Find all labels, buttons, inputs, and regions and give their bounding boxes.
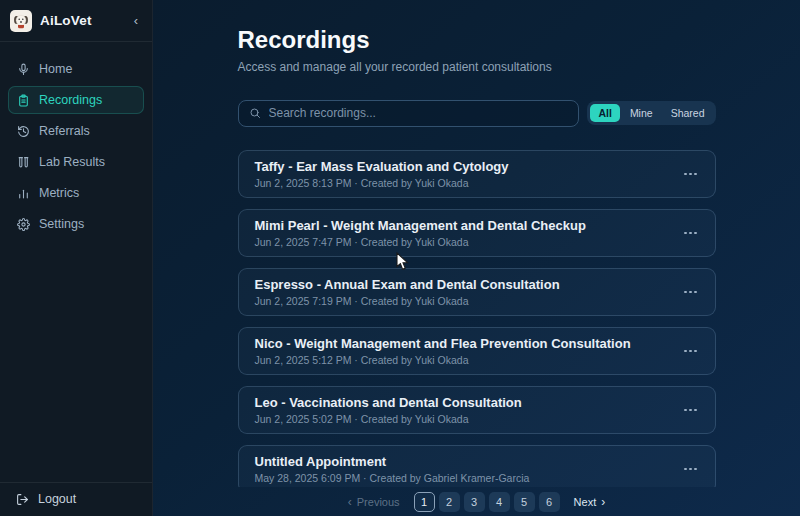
recording-title: Taffy - Ear Mass Evaluation and Cytology [255,159,509,174]
sidebar-item-label: Recordings [39,93,102,107]
sidebar-footer: Logout [0,482,152,516]
page-button-1[interactable]: 1 [414,492,435,512]
search-box[interactable] [238,100,580,127]
more-options-icon[interactable] [682,405,699,416]
filter-all-button[interactable]: All [590,104,619,122]
app-title: AiLoVet [40,13,92,28]
next-page-button[interactable]: Next › [574,496,606,508]
search-input[interactable] [269,106,569,120]
filter-segmented-control: All Mine Shared [587,101,715,125]
recording-meta: May 28, 2025 6:09 PM · Created by Gabrie… [255,472,530,484]
recording-meta: Jun 2, 2025 7:47 PM · Created by Yuki Ok… [255,236,586,248]
sidebar-item-label: Referrals [39,124,90,138]
filter-shared-button[interactable]: Shared [663,104,713,122]
filter-mine-button[interactable]: Mine [622,104,661,122]
page-subtitle: Access and manage all your recorded pati… [238,60,716,75]
page-header: Recordings Access and manage all your re… [238,0,716,75]
sidebar-item-settings[interactable]: Settings [8,210,144,238]
recording-meta: Jun 2, 2025 8:13 PM · Created by Yuki Ok… [255,177,509,189]
recording-card[interactable]: Espresso - Annual Exam and Dental Consul… [238,268,716,316]
logout-label: Logout [38,492,76,506]
page-button-5[interactable]: 5 [514,492,535,512]
sidebar-collapse-button[interactable]: ‹ [130,12,142,29]
recording-title: Leo - Vaccinations and Dental Consultati… [255,395,522,410]
sidebar-item-home[interactable]: Home [8,55,144,83]
more-options-icon[interactable] [682,464,699,475]
microphone-icon [16,62,30,76]
sidebar-item-lab-results[interactable]: Lab Results [8,148,144,176]
recording-card[interactable]: Leo - Vaccinations and Dental Consultati… [238,386,716,434]
test-tubes-icon [16,155,30,169]
sidebar-item-label: Lab Results [39,155,105,169]
main-content: Recordings Access and manage all your re… [153,0,800,516]
page-button-6[interactable]: 6 [539,492,560,512]
logout-button[interactable]: Logout [16,492,136,506]
logout-icon [16,493,29,506]
sidebar-item-label: Metrics [39,186,79,200]
recordings-list: Taffy - Ear Mass Evaluation and Cytology… [238,150,716,487]
sidebar-nav: Home Recordings Referrals Lab Results [0,42,152,482]
sidebar-item-label: Home [39,62,72,76]
recording-card[interactable]: Mimi Pearl - Weight Management and Denta… [238,209,716,257]
search-icon [249,107,261,119]
more-options-icon[interactable] [682,228,699,239]
recording-title: Untitled Appointment [255,454,530,469]
more-options-icon[interactable] [682,287,699,298]
recording-title: Mimi Pearl - Weight Management and Denta… [255,218,586,233]
chevron-right-icon: › [601,496,605,508]
recording-title: Nico - Weight Management and Flea Preven… [255,336,631,351]
clipboard-icon [16,93,30,107]
recording-title: Espresso - Annual Exam and Dental Consul… [255,277,560,292]
sidebar: AiLoVet ‹ Home Recordings Referrals [0,0,153,516]
sidebar-item-recordings[interactable]: Recordings [8,86,144,114]
recording-meta: Jun 2, 2025 5:02 PM · Created by Yuki Ok… [255,413,522,425]
gear-icon [16,217,30,231]
sidebar-item-label: Settings [39,217,84,231]
page-button-4[interactable]: 4 [489,492,510,512]
sidebar-header: AiLoVet ‹ [0,0,152,42]
recording-card[interactable]: Taffy - Ear Mass Evaluation and Cytology… [238,150,716,198]
app-logo-dog-icon [10,10,32,32]
recording-card[interactable]: Untitled Appointment May 28, 2025 6:09 P… [238,445,716,487]
toolbar: All Mine Shared [238,100,716,127]
page-button-2[interactable]: 2 [439,492,460,512]
history-icon [16,124,30,138]
sidebar-item-metrics[interactable]: Metrics [8,179,144,207]
recording-meta: Jun 2, 2025 7:19 PM · Created by Yuki Ok… [255,295,560,307]
chevron-left-icon: ‹ [348,496,352,508]
recording-card[interactable]: Nico - Weight Management and Flea Preven… [238,327,716,375]
app-window: AiLoVet ‹ Home Recordings Referrals [0,0,800,516]
more-options-icon[interactable] [682,169,699,180]
previous-page-button[interactable]: ‹ Previous [348,496,400,508]
recording-meta: Jun 2, 2025 5:12 PM · Created by Yuki Ok… [255,354,631,366]
sidebar-item-referrals[interactable]: Referrals [8,117,144,145]
more-options-icon[interactable] [682,346,699,357]
pagination: ‹ Previous 1 2 3 4 5 6 Next › [153,487,800,516]
bar-chart-icon [16,186,30,200]
page-button-3[interactable]: 3 [464,492,485,512]
page-title: Recordings [238,26,716,55]
